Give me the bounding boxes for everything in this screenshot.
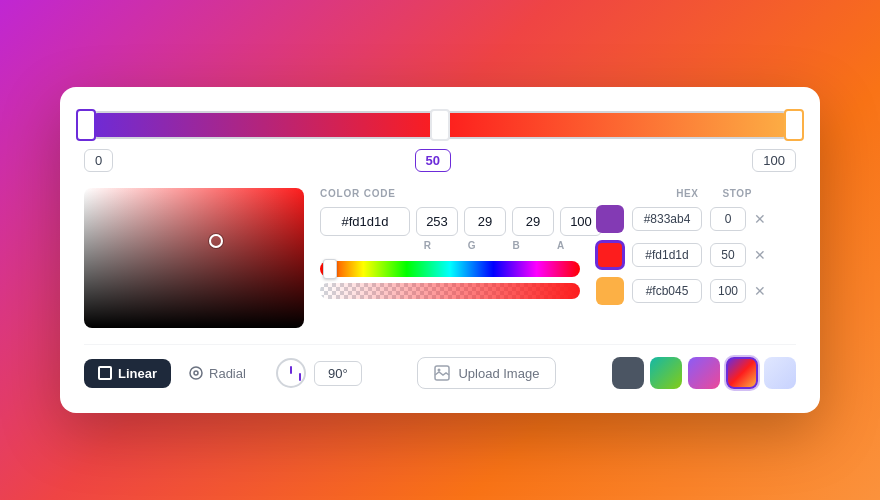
pos-label-mid[interactable]: 50 bbox=[415, 149, 451, 172]
stop-row-2: ✕ bbox=[596, 277, 796, 305]
preset-light-lavender[interactable] bbox=[764, 357, 796, 389]
alpha-slider[interactable] bbox=[320, 283, 580, 299]
radial-button[interactable]: Radial bbox=[175, 359, 260, 388]
color-inputs-row bbox=[320, 207, 580, 236]
a-label: A bbox=[542, 240, 580, 251]
g-input[interactable] bbox=[464, 207, 506, 236]
color-picker-panel: 0 50 100 COLOR CODE R G B A bbox=[60, 87, 820, 413]
angle-indicator bbox=[283, 365, 299, 381]
linear-label: Linear bbox=[118, 366, 157, 381]
upload-label: Upload Image bbox=[458, 366, 539, 381]
stop-delete-1[interactable]: ✕ bbox=[754, 248, 766, 262]
color-picker-canvas[interactable] bbox=[84, 188, 304, 328]
hue-thumb[interactable] bbox=[323, 259, 337, 279]
stop-swatch-1[interactable] bbox=[596, 241, 624, 269]
preset-dark-gray[interactable] bbox=[612, 357, 644, 389]
preset-orange-red[interactable] bbox=[726, 357, 758, 389]
stop-swatch-0[interactable] bbox=[596, 205, 624, 233]
stops-header: HEX STOP bbox=[596, 188, 796, 199]
preset-purple-pink[interactable] bbox=[688, 357, 720, 389]
stop-num-2[interactable] bbox=[710, 279, 746, 303]
upload-image-button[interactable]: Upload Image bbox=[417, 357, 556, 389]
gradient-thumb-left[interactable] bbox=[76, 109, 96, 141]
pos-label-right[interactable]: 100 bbox=[752, 149, 796, 172]
rgba-labels-row: R G B A bbox=[320, 240, 580, 251]
position-labels: 0 50 100 bbox=[84, 149, 796, 172]
color-code-label: COLOR CODE bbox=[320, 188, 580, 199]
stop-delete-2[interactable]: ✕ bbox=[754, 284, 766, 298]
hex-input[interactable] bbox=[320, 207, 410, 236]
stop-row-1: ✕ bbox=[596, 241, 796, 269]
pos-label-left[interactable]: 0 bbox=[84, 149, 113, 172]
color-code-section: COLOR CODE R G B A bbox=[320, 188, 580, 299]
svg-point-0 bbox=[190, 367, 202, 379]
gradient-track[interactable] bbox=[84, 111, 796, 139]
stops-hex-header: HEX bbox=[676, 188, 698, 199]
stop-hex-1[interactable] bbox=[632, 243, 702, 267]
main-content-row: COLOR CODE R G B A bbox=[84, 188, 796, 328]
stop-delete-0[interactable]: ✕ bbox=[754, 212, 766, 226]
angle-circle[interactable] bbox=[276, 358, 306, 388]
linear-button[interactable]: Linear bbox=[84, 359, 171, 388]
gradient-thumb-mid[interactable] bbox=[430, 109, 450, 141]
gradient-thumb-right[interactable] bbox=[784, 109, 804, 141]
radial-icon bbox=[189, 366, 203, 380]
svg-point-1 bbox=[194, 371, 198, 375]
g-label: G bbox=[453, 240, 491, 251]
hue-slider[interactable] bbox=[320, 261, 580, 277]
b-label: B bbox=[497, 240, 535, 251]
stop-row-0: ✕ bbox=[596, 205, 796, 233]
angle-input[interactable] bbox=[314, 361, 362, 386]
b-input[interactable] bbox=[512, 207, 554, 236]
preset-teal-green[interactable] bbox=[650, 357, 682, 389]
preset-swatches bbox=[612, 357, 796, 389]
bottom-toolbar: Linear Radial bbox=[84, 344, 796, 389]
stop-hex-0[interactable] bbox=[632, 207, 702, 231]
upload-icon bbox=[434, 365, 450, 381]
linear-icon bbox=[98, 366, 112, 380]
svg-point-4 bbox=[438, 369, 441, 372]
r-label: R bbox=[408, 240, 446, 251]
alpha-gradient bbox=[320, 283, 580, 299]
gradient-slider-row bbox=[84, 111, 796, 139]
stops-stop-header: STOP bbox=[723, 188, 752, 199]
stop-hex-2[interactable] bbox=[632, 279, 702, 303]
radial-label: Radial bbox=[209, 366, 246, 381]
stop-num-1[interactable] bbox=[710, 243, 746, 267]
r-input[interactable] bbox=[416, 207, 458, 236]
stop-num-0[interactable] bbox=[710, 207, 746, 231]
gradient-type-buttons: Linear Radial bbox=[84, 359, 260, 388]
color-stops-section: HEX STOP ✕ ✕ ✕ bbox=[596, 188, 796, 313]
stop-swatch-2[interactable] bbox=[596, 277, 624, 305]
color-picker-cursor bbox=[209, 234, 223, 248]
angle-control bbox=[276, 358, 362, 388]
